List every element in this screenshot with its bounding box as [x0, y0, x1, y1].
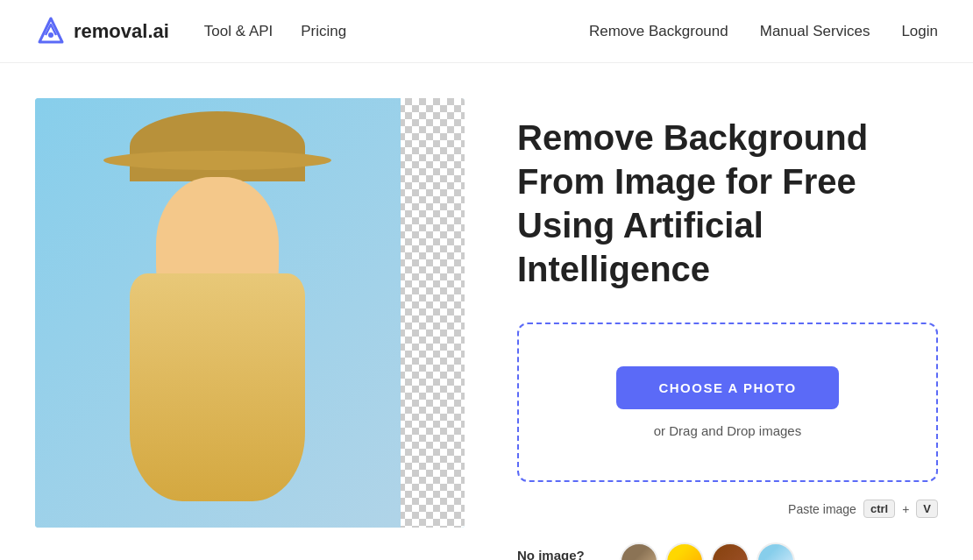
sample-thumb-2[interactable] — [665, 542, 704, 560]
hat — [130, 111, 305, 181]
nav-left: Tool & API Pricing — [204, 23, 346, 40]
hero-person — [35, 98, 401, 528]
nav-tool-api[interactable]: Tool & API — [204, 23, 273, 40]
logo[interactable]: removal.ai — [35, 16, 169, 47]
nav-pricing[interactable]: Pricing — [301, 23, 346, 40]
plus-sign: + — [902, 502, 909, 516]
main-content: Remove Background From Image for Free Us… — [0, 63, 973, 560]
choose-photo-button[interactable]: CHOOSE A PHOTO — [616, 366, 838, 409]
header: removal.ai Tool & API Pricing Remove Bac… — [0, 0, 973, 63]
sample-images — [620, 542, 795, 560]
sample-thumb-3[interactable] — [711, 542, 749, 560]
paste-area: Paste image ctrl + V — [517, 500, 938, 518]
nav-remove-background[interactable]: Remove Background — [589, 23, 728, 40]
hair — [130, 273, 305, 501]
svg-point-0 — [48, 32, 53, 38]
nav-login[interactable]: Login — [901, 23, 938, 40]
drop-zone[interactable]: CHOOSE A PHOTO or Drag and Drop images — [517, 323, 938, 482]
logo-text: removal.ai — [74, 20, 169, 43]
hero-right: Remove Background From Image for Free Us… — [517, 98, 938, 560]
nav-manual-services[interactable]: Manual Services — [760, 23, 870, 40]
sample-thumb-4[interactable] — [756, 542, 795, 560]
no-image-area: No image? Try one of these — [517, 542, 938, 560]
sample-thumb-1[interactable] — [620, 542, 658, 560]
nav-right: Remove Background Manual Services Login — [589, 23, 938, 40]
drag-drop-text: or Drag and Drop images — [654, 423, 801, 438]
hero-image — [35, 98, 465, 528]
v-key: V — [916, 500, 938, 518]
ctrl-key: ctrl — [863, 500, 895, 518]
no-image-text: No image? Try one of these — [517, 548, 606, 561]
no-image-heading: No image? — [517, 548, 606, 561]
hat-brim — [103, 151, 331, 170]
hero-title: Remove Background From Image for Free Us… — [517, 116, 938, 291]
logo-icon — [35, 16, 67, 47]
paste-label: Paste image — [788, 502, 856, 516]
